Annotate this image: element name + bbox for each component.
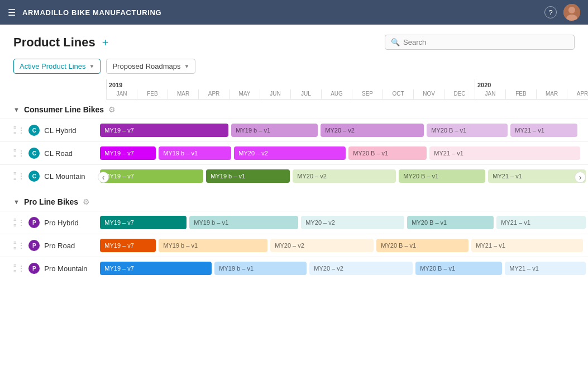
gantt-bar[interactable]: MY20 – v2	[234, 146, 346, 160]
gantt-bar[interactable]: MY19 b – v1	[231, 124, 318, 137]
gantt-area: MY19 – v7MY19 b – v1MY20 – v2MY20 B – v1…	[100, 168, 588, 184]
drag-handle-icon[interactable]: ≡≡	[13, 148, 16, 159]
gantt-bar[interactable]: MY20 – v2	[309, 262, 413, 275]
help-button[interactable]: ?	[544, 6, 557, 18]
avatar[interactable]	[563, 4, 580, 21]
main-content: Product Lines + 🔍 Active Product Lines ▼…	[0, 25, 588, 369]
gantt-bar[interactable]: MY20 B – v1	[407, 216, 494, 229]
product-badge: P	[28, 240, 40, 251]
gantt-bar[interactable]: MY19 b – v1	[214, 262, 307, 275]
product-label: Pro Hybrid	[44, 219, 100, 227]
search-icon: 🔍	[391, 38, 400, 46]
drag-handle-icon[interactable]: ≡≡	[13, 240, 16, 251]
month-cell: JUL	[290, 89, 321, 99]
search-input[interactable]	[403, 38, 568, 46]
gantt-bar[interactable]: MY20 B – v1	[348, 146, 427, 160]
timeline-nav-right[interactable]: ›	[575, 172, 586, 183]
filter-active-label: Active Product Lines	[20, 62, 86, 70]
section-title: Pro Line Bikes	[24, 197, 78, 206]
product-badge: C	[28, 125, 40, 136]
gantt-bar[interactable]: MY19 b – v1	[159, 239, 267, 252]
section-header: ▼Pro Line Bikes⚙	[0, 192, 588, 211]
gantt-area: MY19 – v7MY19 b – v1MY20 – v2MY20 B – v1…	[100, 238, 588, 253]
gantt-bar[interactable]: MY19 – v7	[100, 124, 228, 137]
months-row: JANFEBMARAPRMAYJUNJULAUGSEPOCTNOVDEC	[475, 89, 588, 99]
section-collapse-icon[interactable]: ▼	[13, 106, 20, 113]
gantt-bar[interactable]: MY21 – v1	[496, 216, 586, 229]
gantt-bar[interactable]: MY20 B – v1	[399, 169, 485, 183]
row-menu-icon[interactable]: ⋮	[17, 126, 25, 135]
month-cell: MAR	[168, 89, 198, 99]
gantt-bar[interactable]: MY19 b – v1	[189, 216, 298, 229]
product-row: ≡≡⋮PPro RoadMY19 – v7MY19 b – v1MY20 – v…	[0, 234, 588, 257]
gantt-bar[interactable]: MY20 B – v1	[427, 124, 508, 137]
month-cell: APR	[198, 89, 229, 99]
product-label: CL Mountain	[44, 172, 100, 181]
month-cell: JUN	[260, 89, 290, 99]
month-cell: FEB	[505, 89, 536, 99]
row-menu-icon[interactable]: ⋮	[17, 149, 25, 158]
month-cell: SEP	[352, 89, 383, 99]
month-cell: JAN	[475, 89, 505, 99]
drag-handle-icon[interactable]: ≡≡	[13, 125, 16, 136]
section-consumer: ▼Consumer Line Bikes⚙≡≡⋮CCL HybridMY19 –…	[0, 100, 588, 192]
gear-icon[interactable]: ⚙	[83, 197, 90, 206]
gear-icon[interactable]: ⚙	[108, 105, 116, 114]
gantt-bar[interactable]: MY19 – v7	[100, 239, 156, 252]
gantt-bar[interactable]: MY19 b – v1	[206, 169, 290, 183]
timeline-header: 2019JANFEBMARAPRMAYJUNJULAUGSEPOCTNOVDEC…	[106, 79, 588, 100]
chevron-down-icon: ▼	[89, 63, 95, 69]
product-row: ≡≡⋮CCL RoadMY19 – v7MY19 b – v1MY20 – v2…	[0, 141, 588, 164]
gantt-bar[interactable]: MY19 – v7	[100, 146, 156, 160]
row-menu-icon[interactable]: ⋮	[17, 264, 25, 273]
gantt-bar[interactable]: MY20 – v2	[301, 216, 404, 229]
year-group-2019: 2019JANFEBMARAPRMAYJUNJULAUGSEPOCTNOVDEC	[106, 79, 475, 99]
gantt-bar[interactable]: MY20 B – v1	[415, 262, 502, 275]
add-button[interactable]: +	[102, 37, 109, 48]
section-header: ▼Consumer Line Bikes⚙	[0, 100, 588, 119]
product-label: CL Road	[44, 149, 100, 158]
gantt-bar[interactable]: MY20 – v2	[293, 169, 396, 183]
gantt-bar[interactable]: MY20 – v2	[270, 239, 374, 252]
month-cell: NOV	[413, 89, 444, 99]
filter-active-product-lines[interactable]: Active Product Lines ▼	[13, 59, 101, 74]
section-collapse-icon[interactable]: ▼	[13, 198, 20, 205]
drag-handle-icon[interactable]: ≡≡	[13, 217, 16, 228]
app-title: ARMADILLO BIKE MANUFACTURING	[22, 8, 538, 17]
product-label: Pro Road	[44, 242, 100, 250]
month-cell: APR	[567, 89, 588, 99]
drag-handle-icon[interactable]: ≡≡	[13, 263, 16, 274]
header-row: Product Lines + 🔍	[0, 25, 588, 56]
gantt-bar[interactable]: MY19 – v7	[100, 169, 203, 183]
row-menu-icon[interactable]: ⋮	[17, 172, 25, 181]
product-row: ≡≡⋮PPro HybridMY19 – v7MY19 b – v1MY20 –…	[0, 211, 588, 234]
gantt-bar[interactable]: MY21 – v1	[471, 239, 583, 252]
row-menu-icon[interactable]: ⋮	[17, 218, 25, 227]
search-box: 🔍	[385, 35, 575, 50]
timeline-nav-left[interactable]: ‹	[98, 172, 109, 183]
gantt-bar[interactable]: MY20 B – v1	[376, 239, 469, 252]
drag-handle-icon[interactable]: ≡≡	[13, 171, 16, 182]
year-label: 2020	[475, 79, 588, 89]
month-cell: JAN	[106, 89, 137, 99]
year-label: 2019	[106, 79, 475, 89]
row-menu-icon[interactable]: ⋮	[17, 241, 25, 250]
product-badge: C	[28, 171, 40, 182]
gantt-bar[interactable]: MY21 – v1	[429, 146, 580, 160]
gantt-bar[interactable]: MY19 – v7	[100, 216, 187, 229]
menu-icon[interactable]: ☰	[8, 7, 16, 18]
filter-proposed-roadmaps[interactable]: Proposed Roadmaps ▼	[106, 59, 195, 74]
gantt-bar[interactable]: MY19 b – v1	[159, 146, 231, 160]
product-row: ≡≡⋮CCL MountainMY19 – v7MY19 b – v1MY20 …	[0, 164, 588, 187]
filter-row: Active Product Lines ▼ Proposed Roadmaps…	[0, 56, 588, 79]
gantt-bar[interactable]: MY21 – v1	[488, 169, 586, 183]
gantt-bar[interactable]: MY21 – v1	[505, 262, 586, 275]
product-badge: C	[28, 148, 40, 159]
section-title: Consumer Line Bikes	[24, 105, 104, 114]
gantt-bar[interactable]: MY19 – v7	[100, 262, 212, 275]
gantt-bar[interactable]: MY20 – v2	[321, 124, 424, 137]
product-badge: P	[28, 263, 40, 274]
sections-container: ▼Consumer Line Bikes⚙≡≡⋮CCL HybridMY19 –…	[0, 100, 588, 284]
year-group-2020: 2020JANFEBMARAPRMAYJUNJULAUGSEPOCTNOVDEC	[475, 79, 588, 99]
gantt-bar[interactable]: MY21 – v1	[510, 124, 577, 137]
